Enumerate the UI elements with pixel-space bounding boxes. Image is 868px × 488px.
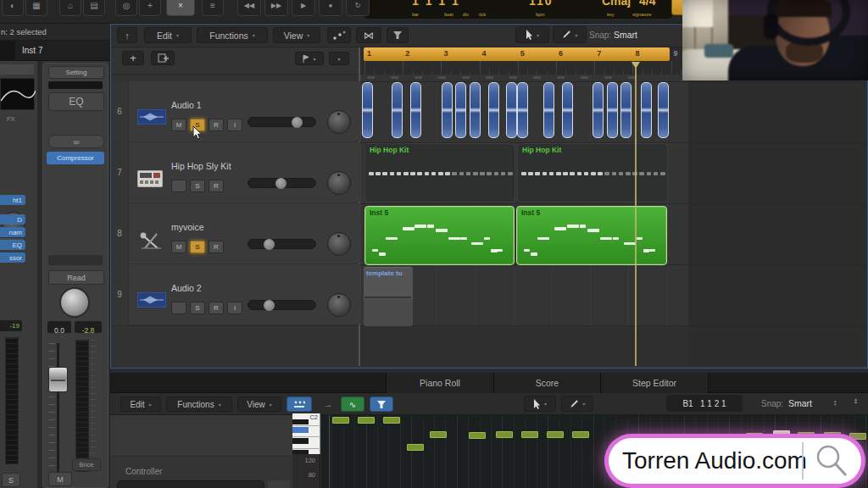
tracks-edit-menu[interactable]: Edit: [144, 27, 192, 43]
pan-value-box[interactable]: 0.0: [47, 321, 71, 333]
volume-slider-track[interactable]: [248, 117, 316, 127]
audio-clip-region[interactable]: [562, 82, 573, 138]
plugin-slot[interactable]: nam: [0, 227, 25, 237]
plugin-slot[interactable]: ssor: [0, 252, 25, 263]
transport-button[interactable]: ▶▶: [264, 0, 288, 16]
audio-clip-region[interactable]: [593, 82, 604, 138]
piano-roll-note[interactable]: [407, 444, 424, 451]
crossfade-icon[interactable]: ⋈: [356, 27, 381, 43]
s-button[interactable]: S: [190, 241, 205, 253]
mute-button[interactable]: M: [48, 472, 72, 486]
s-button[interactable]: S: [190, 180, 205, 192]
gain-value-box[interactable]: -2.8: [75, 321, 102, 333]
snap-value[interactable]: Smart: [614, 30, 637, 40]
eq-thumbnail[interactable]: [0, 78, 35, 110]
toolbar-button[interactable]: ×: [166, 0, 195, 16]
audio-clip-region[interactable]: [641, 82, 652, 138]
tracks-view-menu[interactable]: View: [273, 27, 320, 43]
audio-clip-region[interactable]: [543, 82, 554, 138]
toolbar-button[interactable]: ≡: [202, 0, 224, 16]
track-name[interactable]: Audio 2: [171, 283, 202, 293]
selected-key[interactable]: [292, 427, 309, 433]
s-button[interactable]: S: [190, 302, 205, 314]
piano-roll-note[interactable]: [383, 417, 400, 424]
editor-pencil-tool[interactable]: [561, 396, 593, 412]
editor-view-menu[interactable]: View: [237, 396, 281, 412]
r-button[interactable]: R: [209, 180, 224, 192]
track-pan-knob[interactable]: [327, 232, 351, 256]
audio-clip-region[interactable]: [442, 82, 453, 138]
catch-button[interactable]: ∿: [341, 396, 364, 412]
audio-clip-region[interactable]: [410, 82, 421, 138]
controller-input[interactable]: [117, 480, 264, 488]
setting-button[interactable]: Setting: [48, 66, 104, 79]
track-name[interactable]: Audio 1: [171, 100, 202, 110]
tracks-functions-menu[interactable]: Functions: [197, 27, 268, 43]
piano-roll-note[interactable]: [332, 417, 349, 424]
piano-roll-note[interactable]: [469, 432, 486, 439]
r-button[interactable]: R: [209, 241, 224, 253]
filter-icon-button[interactable]: [387, 27, 409, 43]
audio-region-template[interactable]: template tu: [364, 267, 413, 325]
toolbar-button[interactable]: ▤: [83, 0, 105, 16]
tab-step-editor[interactable]: Step Editor: [600, 373, 709, 393]
add-track-button[interactable]: +: [122, 51, 144, 65]
toolbar-button[interactable]: ◎: [115, 0, 137, 16]
tab-piano-roll[interactable]: Piano Roll: [386, 373, 494, 393]
audio-clip-region[interactable]: [455, 82, 466, 138]
audio-clip-region[interactable]: [470, 82, 481, 138]
track-name[interactable]: myvoice: [171, 222, 204, 232]
midi-region-selected[interactable]: Inst 5: [364, 206, 515, 265]
track-pan-knob[interactable]: [327, 293, 351, 317]
compressor-plugin-slot[interactable]: Compressor: [47, 152, 104, 164]
bounce-button[interactable]: Bnce: [72, 458, 101, 471]
eq-button[interactable]: EQ: [48, 92, 104, 111]
pointer-tool-button[interactable]: [515, 26, 549, 43]
inspector-pan-knob[interactable]: [59, 287, 90, 318]
track-flag-dropdown[interactable]: ▾: [295, 52, 324, 65]
volume-slider-thumb[interactable]: [264, 300, 275, 311]
volume-slider-thumb[interactable]: [275, 178, 287, 189]
format-button[interactable]: ∞: [48, 135, 104, 148]
editor-edit-menu[interactable]: Edit: [120, 396, 161, 412]
lcd-display[interactable]: 1 1 1 1 110 Cmaj 4/4 barbeatdivtickbpmke…: [363, 0, 673, 19]
audio-clip-region[interactable]: [362, 82, 373, 138]
piano-roll-note[interactable]: [773, 430, 790, 437]
i-button[interactable]: I: [227, 119, 242, 131]
piano-keys[interactable]: C2: [292, 413, 320, 454]
track-name[interactable]: Hip Hop Sly Kit: [171, 161, 231, 171]
volume-slider-track[interactable]: [248, 239, 316, 249]
toolbar-button[interactable]: +: [139, 0, 161, 16]
volume-slider-track[interactable]: [248, 300, 316, 310]
plugin-slot[interactable]: ht1: [0, 195, 25, 205]
piano-roll-note[interactable]: [572, 431, 589, 438]
m-button[interactable]: M: [171, 119, 186, 131]
onoff-button[interactable]: [171, 180, 186, 192]
piano-roll-note[interactable]: [521, 431, 538, 438]
plugin-slot[interactable]: D: [0, 214, 25, 225]
onoff-button[interactable]: [171, 302, 186, 314]
duplicate-track-button[interactable]: [151, 51, 175, 65]
audio-clip-region[interactable]: [392, 82, 403, 138]
audio-clip-region[interactable]: [517, 82, 528, 138]
midi-out-button[interactable]: →: [317, 396, 339, 412]
toolbar-button[interactable]: ◐: [2, 0, 24, 16]
volume-fader[interactable]: [48, 367, 68, 392]
toolbar-button[interactable]: ▦: [25, 0, 47, 16]
patch-name-bar[interactable]: Inst 7: [0, 41, 110, 61]
transport-button[interactable]: ↻: [346, 0, 370, 16]
piano-roll-note[interactable]: [547, 431, 564, 438]
volume-slider-thumb[interactable]: [264, 239, 275, 250]
track-pan-knob[interactable]: [327, 171, 351, 195]
editor-snap-value[interactable]: Smart: [788, 398, 812, 408]
transport-button[interactable]: ▶: [292, 0, 315, 16]
audio-clip-region[interactable]: [607, 82, 618, 138]
m-button[interactable]: M: [171, 241, 186, 253]
controller-button[interactable]: [268, 480, 290, 488]
plugin-slot[interactable]: EQ: [0, 240, 25, 250]
audio-clip-region[interactable]: [488, 82, 499, 138]
transport-button[interactable]: ◀◀: [237, 0, 261, 16]
r-button[interactable]: R: [209, 302, 224, 314]
transport-button[interactable]: ●: [319, 0, 342, 16]
piano-roll-note[interactable]: [849, 433, 866, 440]
